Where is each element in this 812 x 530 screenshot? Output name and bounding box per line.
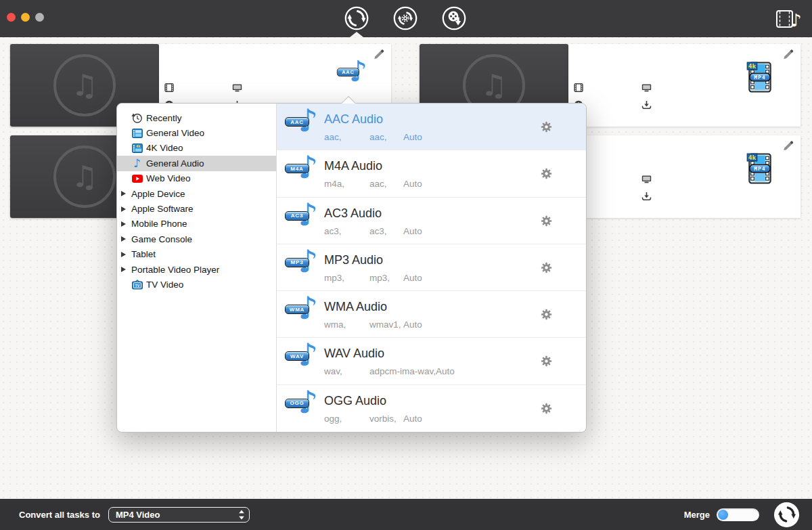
category-item-apple-device[interactable]: Apple Device: [117, 186, 276, 201]
converter-window: ♪ ♫ ♫ ♫ ♫ ♪AAC 4kMP4 4kMP4 RecentlyGener…: [0, 0, 812, 530]
chevron-right-icon: [121, 236, 130, 242]
output-format-button[interactable]: 4kMP4: [741, 153, 779, 188]
audio-format-icon: ♪AAC: [337, 62, 367, 91]
svg-text:4k: 4k: [748, 62, 757, 70]
category-item-web-video[interactable]: Web Video: [117, 171, 276, 186]
edit-icon[interactable]: [782, 139, 795, 153]
close-button[interactable]: [7, 13, 16, 22]
codec-token: mp3,: [369, 273, 403, 283]
convert-settings-icon[interactable]: [392, 5, 418, 31]
recent-clock-icon: [131, 112, 143, 123]
svg-text:MP4: MP4: [754, 74, 765, 81]
edit-icon[interactable]: [372, 48, 386, 62]
category-label: Apple Software: [131, 204, 194, 214]
format-params: aac,aac,Auto: [324, 132, 422, 142]
format-row-wma[interactable]: ♪WMAWMA Audiowma,wmav1,Auto: [277, 291, 586, 338]
category-label: Tablet: [131, 249, 156, 259]
chevron-right-icon: [121, 252, 130, 257]
merge-toggle[interactable]: [717, 508, 759, 521]
merge-label: Merge: [684, 510, 710, 520]
format-params: mp3,mp3,Auto: [324, 273, 422, 283]
format-name: WMA Audio: [324, 300, 387, 314]
quality-token: Auto: [403, 273, 422, 283]
audio-format-icon: ♪AAC: [285, 110, 317, 143]
gear-icon[interactable]: [541, 168, 552, 179]
popover-origin-notch: [350, 32, 363, 37]
start-convert-button[interactable]: [774, 502, 799, 527]
convert-all-label: Convert all tasks to: [19, 510, 100, 520]
category-item-general-video[interactable]: General Video: [117, 125, 276, 140]
container-token: aac,: [324, 132, 369, 142]
category-item-portable-video-player[interactable]: Portable Video Player: [117, 262, 276, 277]
edit-icon[interactable]: [782, 48, 795, 62]
category-item-apple-software[interactable]: Apple Software: [117, 201, 276, 216]
container-token: ac3,: [324, 226, 369, 236]
gear-icon[interactable]: [541, 215, 552, 227]
category-label: Game Console: [131, 234, 192, 244]
gear-icon[interactable]: [541, 121, 552, 133]
profile-select[interactable]: MP4 Video: [108, 507, 250, 523]
minimize-button[interactable]: [21, 13, 30, 22]
codec-token: vorbis,: [369, 414, 403, 424]
format-row-ac3[interactable]: ♪AC3AC3 Audioac3,ac3,Auto: [277, 198, 586, 244]
film-icon: [131, 128, 143, 139]
svg-text:♪: ♪: [790, 10, 802, 30]
category-label: Portable Video Player: [131, 265, 219, 275]
display-icon: [641, 175, 652, 185]
format-row-aac[interactable]: ♪AACAAC Audioaac,aac,Auto: [277, 104, 586, 150]
category-item-tv-video[interactable]: TVTV Video: [117, 277, 276, 292]
audio-format-icon: ♪OGG: [285, 392, 317, 424]
category-item-mobile-phone[interactable]: Mobile Phone: [117, 217, 276, 231]
film-4k-icon: 4k: [131, 143, 143, 154]
bottom-bar: Convert all tasks to MP4 Video Merge: [0, 499, 812, 530]
media-library-icon[interactable]: ♪: [775, 8, 803, 30]
export-movie-icon[interactable]: [441, 5, 467, 31]
output-format-button[interactable]: 4kMP4: [741, 62, 779, 97]
gear-icon[interactable]: [541, 403, 552, 414]
category-label: TV Video: [146, 280, 183, 290]
music-note-icon: ♪: [131, 158, 143, 169]
format-name: WAV Audio: [324, 347, 384, 361]
window-controls: [7, 13, 44, 22]
format-row-wav[interactable]: ♪WAVWAV Audiowav,adpcm-ima-wav,Auto: [277, 338, 586, 384]
gear-icon[interactable]: [541, 309, 552, 320]
gear-icon[interactable]: [541, 262, 552, 273]
svg-text:TV: TV: [135, 284, 139, 288]
convert-arrows-icon: [775, 502, 799, 527]
output-format-button[interactable]: ♪AAC: [332, 62, 369, 98]
audio-format-icon: ♪WAV: [285, 345, 317, 377]
download-icon: [641, 192, 652, 203]
category-item-game-console[interactable]: Game Console: [117, 231, 276, 246]
format-params: ac3,ac3,Auto: [324, 226, 422, 236]
svg-text:MP4: MP4: [754, 166, 765, 172]
container-token: m4a,: [324, 179, 369, 189]
audio-format-icon: ♪M4A: [285, 157, 317, 190]
quality-token: Auto: [403, 226, 422, 236]
title-bar: ♪: [0, 0, 812, 37]
gear-icon[interactable]: [541, 355, 552, 367]
category-item-tablet[interactable]: Tablet: [117, 247, 276, 262]
category-item-general-audio[interactable]: ♪General Audio: [117, 156, 276, 171]
zoom-button-disabled: [35, 13, 44, 22]
codec-token: adpcm-ima-wav,: [369, 366, 436, 376]
category-label: General Video: [146, 128, 204, 138]
youtube-icon: [131, 173, 143, 184]
category-item-recently[interactable]: Recently: [117, 110, 276, 125]
category-label: Apple Device: [131, 189, 185, 199]
convert-arrows-icon[interactable]: [344, 5, 369, 31]
quality-token: Auto: [403, 414, 422, 424]
chevron-right-icon: [121, 206, 130, 212]
display-icon: [232, 83, 242, 94]
format-row-mp3[interactable]: ♪MP3MP3 Audiomp3,mp3,Auto: [277, 244, 586, 291]
chevron-right-icon: [121, 191, 130, 196]
category-item-4k-video[interactable]: 4k4K Video: [117, 141, 276, 156]
task-card: 4kMP4: [568, 135, 800, 218]
format-row-ogg[interactable]: ♪OGGOGG Audioogg,vorbis,Auto: [277, 385, 586, 432]
audio-format-icon: ♪MP3: [285, 251, 317, 284]
audio-format-icon: ♪AC3: [285, 204, 317, 237]
category-label: Recently: [146, 113, 182, 123]
quality-token: Auto: [403, 132, 422, 142]
format-row-m4a[interactable]: ♪M4AM4A Audiom4a,aac,Auto: [277, 150, 586, 197]
chevron-right-icon: [121, 221, 130, 227]
codec-token: ac3,: [369, 226, 403, 236]
